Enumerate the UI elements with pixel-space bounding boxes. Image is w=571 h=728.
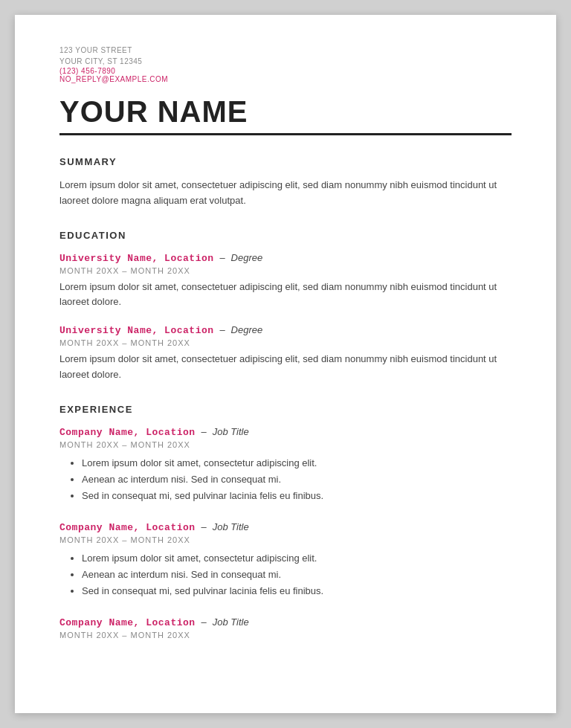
- exp-title-1: Company Name, Location – Job Title: [59, 425, 512, 438]
- degree-1: Degree: [231, 252, 263, 263]
- job-title-3: Job Title: [213, 616, 249, 628]
- name-divider: [59, 133, 512, 135]
- bullet-1-1: Lorem ipsum dolor sit amet, consectetur …: [82, 455, 512, 471]
- company-name-2: Company Name, Location: [59, 522, 196, 533]
- summary-text: Lorem ipsum dolor sit amet, consectetuer…: [59, 178, 512, 209]
- edu-entry-1: University Name, Location – Degree MONTH…: [59, 251, 512, 311]
- contact-address-line1: 123 YOUR STREET: [59, 45, 512, 56]
- education-section: Education University Name, Location – De…: [59, 230, 512, 383]
- exp-dates-3: MONTH 20XX – MONTH 20XX: [59, 631, 512, 640]
- job-title-2: Job Title: [213, 521, 249, 532]
- experience-title: Experience: [59, 404, 512, 415]
- resume-page: 123 YOUR STREET YOUR CITY, ST 12345 (123…: [15, 15, 556, 713]
- exp-title-3: Company Name, Location – Job Title: [59, 616, 512, 628]
- exp-entry-2: Company Name, Location – Job Title MONTH…: [59, 521, 512, 599]
- contact-phone: (123) 456-7890: [59, 67, 512, 75]
- exp-entry-1: Company Name, Location – Job Title MONTH…: [59, 425, 512, 504]
- bullet-2-3: Sed in consequat mi, sed pulvinar lacini…: [82, 583, 512, 599]
- exp-dates-2: MONTH 20XX – MONTH 20XX: [59, 535, 512, 544]
- school-name-2: University Name, Location: [59, 325, 214, 336]
- exp-bullets-1: Lorem ipsum dolor sit amet, consectetur …: [59, 455, 512, 504]
- bullet-1-2: Aenean ac interdum nisi. Sed in consequa…: [82, 471, 512, 488]
- resume-name: YOUR NAME: [59, 95, 512, 129]
- edu-title-2: University Name, Location – Degree: [59, 323, 512, 336]
- bullet-1-3: Sed in consequat mi, sed pulvinar lacini…: [82, 488, 512, 504]
- bullet-2-1: Lorem ipsum dolor sit amet, consectetur …: [82, 550, 512, 567]
- company-name-1: Company Name, Location: [59, 427, 196, 438]
- edu-dash-1: –: [219, 252, 225, 263]
- exp-entry-3: Company Name, Location – Job Title MONTH…: [59, 616, 512, 640]
- edu-dash-2: –: [219, 324, 225, 335]
- school-name-1: University Name, Location: [59, 253, 214, 264]
- exp-dates-1: MONTH 20XX – MONTH 20XX: [59, 440, 512, 449]
- education-title: Education: [59, 230, 512, 241]
- edu-desc-2: Lorem ipsum dolor sit amet, consectetuer…: [59, 352, 512, 383]
- exp-dash-1: –: [201, 426, 207, 437]
- contact-info: 123 YOUR STREET YOUR CITY, ST 12345 (123…: [59, 45, 512, 83]
- company-name-3: Company Name, Location: [59, 617, 196, 628]
- summary-section: Summary Lorem ipsum dolor sit amet, cons…: [59, 156, 512, 209]
- exp-bullets-2: Lorem ipsum dolor sit amet, consectetur …: [59, 550, 512, 599]
- exp-title-2: Company Name, Location – Job Title: [59, 521, 512, 533]
- contact-address-line2: YOUR CITY, ST 12345: [59, 56, 512, 67]
- edu-dates-2: MONTH 20XX – MONTH 20XX: [59, 338, 512, 347]
- contact-email: NO_REPLY@EXAMPLE.COM: [59, 75, 512, 83]
- edu-dates-1: MONTH 20XX – MONTH 20XX: [59, 266, 512, 275]
- edu-entry-2: University Name, Location – Degree MONTH…: [59, 323, 512, 383]
- edu-desc-1: Lorem ipsum dolor sit amet, consectetuer…: [59, 280, 512, 311]
- degree-2: Degree: [231, 324, 263, 335]
- experience-section: Experience Company Name, Location – Job …: [59, 404, 512, 640]
- edu-title-1: University Name, Location – Degree: [59, 251, 512, 264]
- summary-title: Summary: [59, 156, 512, 167]
- job-title-1: Job Title: [213, 426, 249, 437]
- bullet-2-2: Aenean ac interdum nisi. Sed in consequa…: [82, 567, 512, 583]
- exp-dash-3: –: [201, 616, 207, 628]
- exp-dash-2: –: [201, 521, 207, 532]
